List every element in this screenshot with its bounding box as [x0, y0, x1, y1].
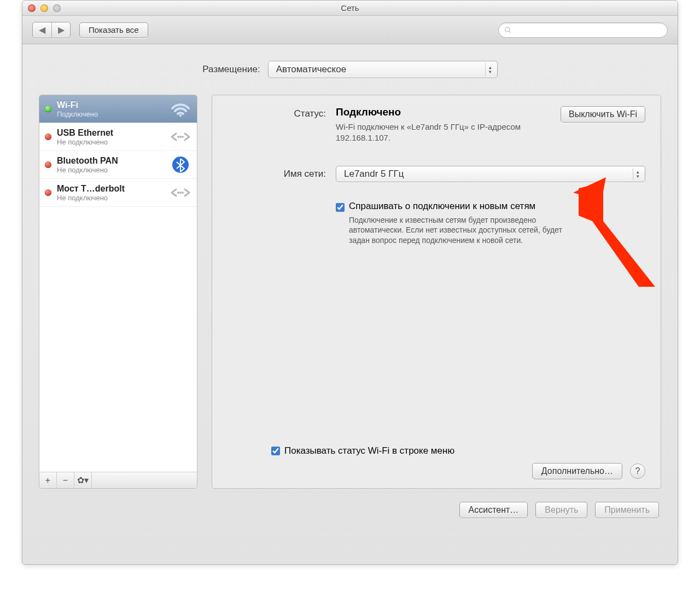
service-status: Подключено: [57, 110, 164, 118]
location-label: Размещение:: [202, 64, 260, 75]
svg-point-8: [179, 192, 182, 194]
status-dot-icon: [45, 161, 51, 168]
service-status: Не подключено: [57, 138, 164, 146]
sidebar-item-ethernet[interactable]: USB Ethernet Не подключено: [39, 123, 197, 151]
remove-service-button[interactable]: −: [57, 472, 74, 488]
forward-button[interactable]: ▶: [51, 22, 70, 38]
network-name-value: Le7andr 5 ГГц: [344, 169, 404, 179]
status-dot-icon: [45, 106, 51, 112]
service-actions-button[interactable]: ✿▾: [74, 472, 92, 488]
ask-join-checkbox[interactable]: [336, 203, 345, 212]
svg-line-1: [509, 31, 511, 33]
window-title: Сеть: [22, 3, 678, 13]
service-status: Не подключено: [57, 194, 164, 202]
toolbar: ◀ ▶ Показать все: [22, 16, 678, 44]
ethernet-icon: [170, 128, 191, 146]
help-button[interactable]: ?: [630, 464, 645, 479]
search-input[interactable]: [515, 26, 662, 34]
svg-point-9: [182, 192, 184, 194]
sidebar-item-bluetooth[interactable]: Bluetooth PAN Не подключено: [39, 151, 197, 179]
svg-point-7: [177, 192, 179, 194]
sidebar-item-ethernet[interactable]: Мост T…derbolt Не подключено: [39, 179, 197, 207]
sidebar-footer: + − ✿▾: [39, 472, 197, 488]
svg-point-3: [177, 136, 179, 138]
svg-point-5: [182, 136, 184, 138]
status-description: Wi-Fi подключен к «Le7andr 5 ГГц» с IP-а…: [336, 121, 553, 144]
ask-join-label: Спрашивать о подключении к новым сетям: [349, 201, 535, 211]
ethernet-icon: [170, 183, 191, 202]
ask-join-help: Подключение к известным сетям будет прои…: [349, 215, 573, 246]
apply-button[interactable]: Применить: [595, 502, 659, 518]
location-row: Размещение: Автоматическое: [39, 61, 661, 78]
assistant-button[interactable]: Ассистент…: [459, 502, 528, 518]
close-icon[interactable]: [28, 4, 36, 12]
services-sidebar: Wi-Fi Подключено USB Ethernet Не подключ…: [39, 95, 197, 489]
toggle-wifi-button[interactable]: Выключить Wi-Fi: [561, 106, 645, 123]
status-dot-icon: [45, 134, 51, 140]
location-popup[interactable]: Автоматическое: [268, 61, 498, 78]
sidebar-item-wifi[interactable]: Wi-Fi Подключено: [39, 95, 197, 123]
back-button[interactable]: ◀: [33, 22, 51, 38]
nav-back-forward: ◀ ▶: [32, 22, 71, 38]
service-name: Bluetooth PAN: [57, 156, 164, 166]
svg-point-4: [179, 136, 182, 138]
network-name-label: Имя сети:: [228, 169, 326, 179]
network-name-popup[interactable]: Le7andr 5 ГГц: [336, 166, 645, 182]
chevron-updown-icon: [633, 168, 643, 180]
wifi-icon: [170, 100, 191, 118]
chevron-updown-icon: [485, 63, 495, 76]
search-field[interactable]: [498, 22, 668, 38]
revert-button[interactable]: Вернуть: [535, 502, 587, 518]
show-all-button[interactable]: Показать все: [79, 22, 148, 38]
search-icon: [504, 26, 512, 34]
detail-panel: Статус: Подключено Wi-Fi подключен к «Le…: [212, 95, 661, 489]
svg-point-2: [179, 114, 182, 117]
bluetooth-icon: [170, 155, 191, 174]
status-label: Статус:: [228, 106, 326, 144]
service-status: Не подключено: [57, 166, 164, 174]
service-name: USB Ethernet: [57, 128, 164, 138]
titlebar: Сеть: [22, 1, 678, 16]
footer-buttons: Ассистент… Вернуть Применить: [39, 502, 661, 518]
advanced-button[interactable]: Дополнительно…: [532, 463, 622, 479]
service-name: Мост T…derbolt: [57, 184, 164, 194]
show-wifi-menubar-label: Показывать статус Wi-Fi в строке меню: [284, 445, 454, 456]
svg-point-0: [505, 27, 510, 31]
status-value: Подключено: [336, 106, 553, 118]
location-value: Автоматическое: [276, 64, 346, 75]
add-service-button[interactable]: +: [39, 472, 57, 488]
status-dot-icon: [45, 189, 51, 196]
network-prefs-window: Сеть ◀ ▶ Показать все Размещение: Автома…: [22, 0, 678, 565]
zoom-icon[interactable]: [53, 4, 61, 12]
minimize-icon[interactable]: [40, 4, 48, 12]
show-wifi-menubar-checkbox[interactable]: [271, 447, 280, 455]
service-name: Wi-Fi: [57, 100, 164, 110]
